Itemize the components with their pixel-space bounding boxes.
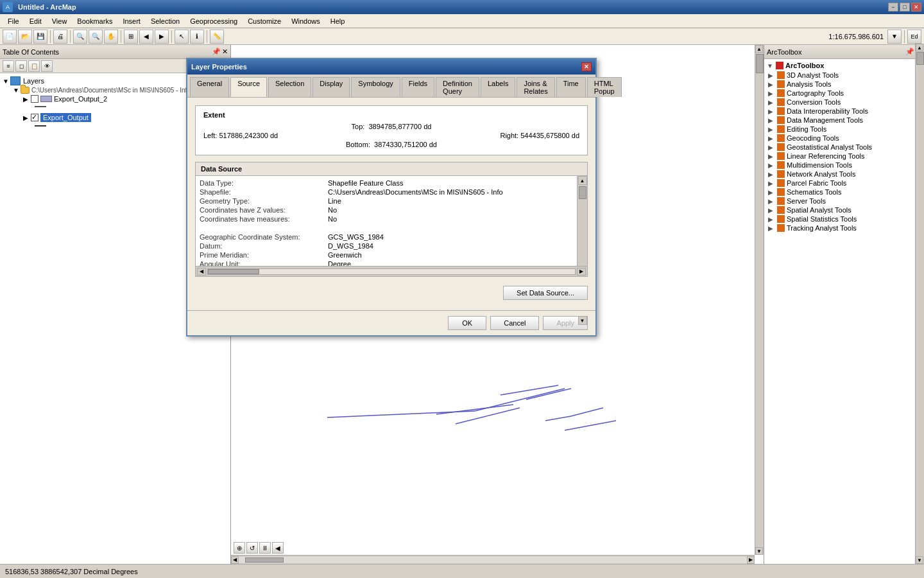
export-expand[interactable]: ▶ [23, 114, 31, 121]
menu-customize[interactable]: Customize [243, 16, 286, 26]
conversion-expand[interactable]: ▶ [768, 99, 777, 106]
zoom-out-button[interactable]: 🔍 [89, 30, 103, 44]
toc-scroll-down[interactable]: ▼ [916, 556, 923, 564]
geocoding-expand[interactable]: ▶ [768, 135, 777, 142]
tab-time[interactable]: Time [556, 77, 586, 97]
3d-expand[interactable]: ▶ [768, 72, 777, 79]
ds-scroll-down[interactable]: ▼ [578, 316, 587, 325]
map-pause-btn[interactable]: ⏸ [259, 542, 271, 554]
menu-edit[interactable]: Edit [24, 16, 47, 26]
ds-hscroll-left[interactable]: ◀ [197, 268, 206, 276]
toolbox-item-spatial-analyst[interactable]: ▶ Spatial Analyst Tools [766, 206, 923, 215]
datamgmt-expand[interactable]: ▶ [768, 117, 777, 124]
open-button[interactable]: 📂 [18, 30, 32, 44]
map-zoom-in-btn[interactable]: ⊕ [234, 542, 245, 554]
datasource-vscrollbar[interactable]: ▲ ▼ [577, 176, 587, 266]
map-refresh-btn[interactable]: ↺ [246, 542, 258, 554]
toc-scroll-thumb[interactable] [916, 52, 924, 65]
pan-button[interactable]: ✋ [104, 30, 118, 44]
ds-scroll-up[interactable]: ▲ [578, 176, 587, 185]
toolbox-pin-btn[interactable]: 📌 [905, 48, 914, 56]
menu-geoprocessing[interactable]: Geoprocessing [185, 16, 243, 26]
menu-insert[interactable]: Insert [117, 16, 146, 26]
menu-windows[interactable]: Windows [286, 16, 325, 26]
toolbox-item-spatial-stats[interactable]: ▶ Spatial Statistics Tools [766, 215, 923, 223]
path-expand-icon[interactable]: ▼ [13, 87, 21, 94]
map-prev-btn[interactable]: ◀ [272, 542, 284, 554]
tracking-expand[interactable]: ▶ [768, 225, 777, 232]
minimize-button[interactable]: − [888, 3, 898, 12]
map-vscrollbar[interactable]: ▲ ▼ [755, 45, 764, 555]
toolbox-item-parcel[interactable]: ▶ Parcel Fabric Tools [766, 179, 923, 188]
tab-fields[interactable]: Fields [402, 77, 434, 97]
set-datasource-button[interactable]: Set Data Source... [503, 286, 588, 300]
map-scroll-down[interactable]: ▼ [755, 547, 763, 555]
dialog-close-button[interactable]: ✕ [581, 62, 592, 71]
linear-expand[interactable]: ▶ [768, 153, 777, 160]
ds-hscroll-thumb[interactable] [208, 269, 259, 274]
toolbox-item-conversion[interactable]: ▶ Conversion Tools [766, 98, 923, 107]
analysis-expand[interactable]: ▶ [768, 81, 777, 88]
menu-selection[interactable]: Selection [146, 16, 185, 26]
ok-button[interactable]: OK [448, 316, 486, 330]
toc-scroll-up[interactable]: ▲ [916, 44, 923, 51]
toolbox-item-geostat[interactable]: ▶ Geostatistical Analyst Tools [766, 143, 923, 152]
map-hscroll-right[interactable]: ▶ [747, 556, 755, 564]
map-scroll-up[interactable]: ▲ [755, 45, 763, 53]
tab-display[interactable]: Display [312, 77, 350, 97]
editing-expand[interactable]: ▶ [768, 126, 777, 133]
geostat-expand[interactable]: ▶ [768, 144, 777, 151]
ds-scroll-thumb[interactable] [579, 186, 586, 199]
toolbox-item-multidim[interactable]: ▶ Multidimension Tools [766, 161, 923, 170]
measure-button[interactable]: 📏 [210, 30, 224, 44]
cancel-button[interactable]: Cancel [490, 316, 539, 330]
toolbox-item-3d[interactable]: ▶ 3D Analyst Tools [766, 71, 923, 80]
export2-checkbox[interactable] [31, 95, 38, 103]
schematics-expand[interactable]: ▶ [768, 189, 777, 196]
tab-joins[interactable]: Joins & Relates [517, 77, 554, 97]
network-expand[interactable]: ▶ [768, 171, 777, 178]
toc-pin-button[interactable]: 📌 [212, 48, 221, 56]
tab-defquery[interactable]: Definition Query [436, 77, 479, 97]
tab-html[interactable]: HTML Popup [587, 77, 622, 97]
export-checkbox[interactable] [31, 114, 38, 121]
menu-help[interactable]: Help [325, 16, 350, 26]
toolbox-item-editing[interactable]: ▶ Editing Tools [766, 125, 923, 134]
spatial-stats-expand[interactable]: ▶ [768, 216, 777, 223]
menu-bookmarks[interactable]: Bookmarks [72, 16, 117, 26]
identify-button[interactable]: ℹ [190, 30, 204, 44]
menu-file[interactable]: File [3, 16, 24, 26]
toolbox-item-server[interactable]: ▶ Server Tools [766, 197, 923, 206]
full-extent-button[interactable]: ⊞ [124, 30, 138, 44]
menu-view[interactable]: View [47, 16, 73, 26]
interop-expand[interactable]: ▶ [768, 108, 777, 115]
toc-source-view[interactable]: 📋 [28, 60, 40, 72]
toc-scrollbar[interactable]: ▲ ▼ [915, 44, 924, 564]
toolbox-item-analysis[interactable]: ▶ Analysis Tools [766, 80, 923, 89]
layers-expand-icon[interactable]: ▼ [3, 78, 10, 85]
map-hscrollbar[interactable]: ◀ ▶ [231, 555, 755, 564]
toolbox-item-geocoding[interactable]: ▶ Geocoding Tools [766, 134, 923, 143]
toc-list-view[interactable]: ≡ [3, 60, 14, 72]
toolbox-root[interactable]: ▼ ArcToolbox [766, 60, 923, 71]
export2-label[interactable]: Export_Output_2 [54, 95, 107, 103]
multidim-expand[interactable]: ▶ [768, 162, 777, 169]
spatial-analyst-expand[interactable]: ▶ [768, 207, 777, 214]
toolbox-item-interop[interactable]: ▶ Data Interoperability Tools [766, 107, 923, 116]
select-button[interactable]: ↖ [175, 30, 189, 44]
back-extent-button[interactable]: ◀ [139, 30, 153, 44]
tab-symbology[interactable]: Symbology [351, 77, 400, 97]
ds-hscroll-right[interactable]: ▶ [577, 268, 586, 276]
toolbox-item-schematics[interactable]: ▶ Schematics Tools [766, 188, 923, 197]
forward-extent-button[interactable]: ▶ [155, 30, 169, 44]
toolbox-item-linear[interactable]: ▶ Linear Referencing Tools [766, 152, 923, 161]
print-button[interactable]: 🖨 [53, 30, 67, 44]
close-button[interactable]: ✕ [911, 3, 921, 12]
tab-selection[interactable]: Selection [268, 77, 311, 97]
export2-expand[interactable]: ▶ [23, 96, 31, 103]
new-button[interactable]: 📄 [3, 30, 17, 44]
map-hscroll-thumb[interactable] [245, 557, 284, 563]
parcel-expand[interactable]: ▶ [768, 180, 777, 187]
toc-select-view[interactable]: ◻ [15, 60, 27, 72]
toc-vis-view[interactable]: 👁 [41, 60, 53, 72]
